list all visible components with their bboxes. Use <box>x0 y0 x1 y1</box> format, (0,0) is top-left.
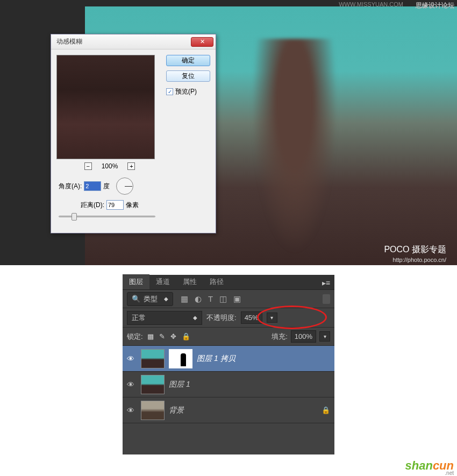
poco-url: http://photo.poco.cn/ <box>392 257 446 263</box>
opacity-dropdown[interactable]: ▾ <box>267 312 277 323</box>
opacity-value[interactable]: 45% <box>241 311 262 324</box>
tab-channels[interactable]: 通道 <box>149 274 176 289</box>
angle-input[interactable] <box>84 181 101 191</box>
photo-subject <box>252 39 338 254</box>
filter-type-icon[interactable]: T <box>208 294 213 304</box>
reset-button[interactable]: 复位 <box>166 70 210 82</box>
lock-transparency-icon[interactable]: ▩ <box>147 332 154 340</box>
tab-paths[interactable]: 路径 <box>203 274 230 289</box>
layer-name[interactable]: 背景 <box>169 406 184 415</box>
watermark-url: WWW.MISSYUAN.COM <box>339 1 403 8</box>
ok-button[interactable]: 确定 <box>166 55 210 66</box>
fill-label: 填充: <box>272 332 288 342</box>
filter-pixel-icon[interactable]: ▦ <box>181 294 188 304</box>
slider-thumb[interactable] <box>72 213 77 221</box>
preview-label: 预览(P) <box>175 87 197 96</box>
layer-thumbnail[interactable] <box>141 375 165 394</box>
lock-all-icon[interactable]: 🔒 <box>182 332 190 340</box>
fill-value[interactable]: 100% <box>291 330 316 343</box>
dialog-titlebar[interactable]: 动感模糊 ✕ <box>51 34 216 49</box>
filter-adjust-icon[interactable]: ◐ <box>195 294 202 304</box>
filter-smart-icon[interactable]: ▣ <box>233 294 241 304</box>
fill-dropdown[interactable]: ▾ <box>319 331 330 342</box>
distance-slider[interactable] <box>56 212 158 222</box>
layer-row[interactable]: 👁 图层 1 拷贝 <box>123 346 334 372</box>
visibility-toggle[interactable]: 👁 <box>127 354 137 363</box>
close-button[interactable]: ✕ <box>191 37 213 47</box>
tab-layers[interactable]: 图层 <box>123 274 149 289</box>
zoom-in-button[interactable]: + <box>127 162 135 170</box>
layer-row[interactable]: 👁 背景 🔒 <box>123 397 334 423</box>
visibility-toggle[interactable]: 👁 <box>127 406 137 415</box>
distance-input[interactable] <box>106 200 124 210</box>
motion-blur-dialog: 动感模糊 ✕ − 100% + 角度(A): 度 距离(D): 像素 <box>51 34 216 233</box>
watermark-text: 思缘设计论坛 <box>416 1 454 10</box>
filter-type-dropdown[interactable]: 🔍 类型 ◆ <box>127 292 173 306</box>
angle-label: 角度(A): <box>59 182 82 191</box>
layer-thumbnail[interactable] <box>141 349 165 368</box>
lock-position-icon[interactable]: ✥ <box>170 332 176 340</box>
filter-shape-icon[interactable]: ◫ <box>219 294 227 304</box>
dialog-title: 动感模糊 <box>56 37 191 46</box>
zoom-level: 100% <box>102 162 118 170</box>
opacity-label: 不透明度: <box>206 313 237 323</box>
distance-unit: 像素 <box>126 201 139 210</box>
filter-toggle[interactable] <box>323 294 330 304</box>
layer-thumbnail[interactable] <box>141 401 165 420</box>
angle-dial[interactable] <box>116 177 133 195</box>
tab-properties[interactable]: 属性 <box>176 274 203 289</box>
shancun-net: .net <box>445 470 454 476</box>
zoom-out-button[interactable]: − <box>84 162 92 170</box>
panel-menu-icon[interactable]: ▸≡ <box>318 276 334 289</box>
layer-mask-thumbnail[interactable] <box>169 349 192 368</box>
lock-icon: 🔒 <box>322 406 330 414</box>
poco-logo: POCO 摄影专题 <box>384 243 446 255</box>
layers-panel: 图层 通道 属性 路径 ▸≡ 🔍 类型 ◆ ▦ ◐ T ◫ ▣ 正常◆ 不透明度… <box>123 275 334 454</box>
distance-label: 距离(D): <box>81 201 104 210</box>
lock-label: 锁定: <box>127 332 143 342</box>
panel-tabs: 图层 通道 属性 路径 ▸≡ <box>123 275 334 290</box>
blend-mode-dropdown[interactable]: 正常◆ <box>127 311 202 325</box>
search-icon: 🔍 <box>132 295 140 303</box>
layer-row[interactable]: 👁 图层 1 <box>123 372 334 397</box>
layer-name[interactable]: 图层 1 <box>169 380 190 389</box>
visibility-toggle[interactable]: 👁 <box>127 380 137 389</box>
filter-preview[interactable] <box>56 55 155 159</box>
layer-name[interactable]: 图层 1 拷贝 <box>197 354 235 364</box>
preview-checkbox[interactable]: ✓ <box>166 88 173 95</box>
angle-unit: 度 <box>103 182 110 191</box>
lock-pixels-icon[interactable]: ✎ <box>159 332 165 340</box>
